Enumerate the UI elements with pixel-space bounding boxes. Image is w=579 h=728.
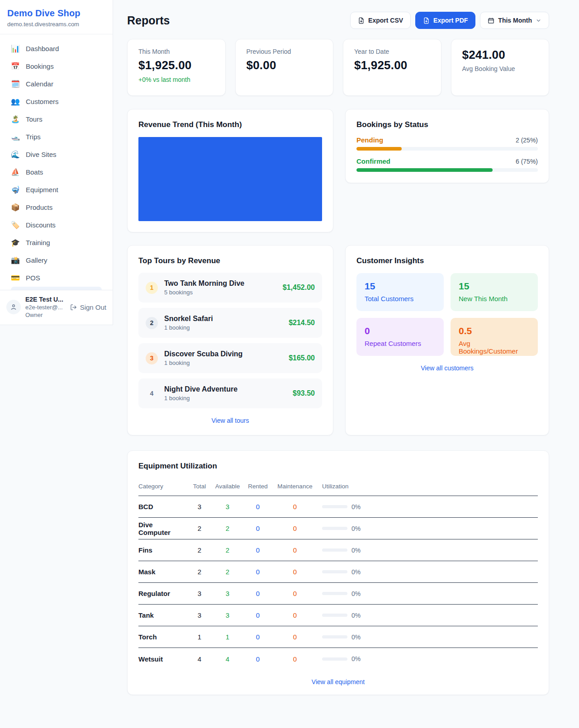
sidebar-item-label: Tours [26, 115, 43, 123]
cell-utilization: 0% [316, 568, 538, 576]
customer-insights-title: Customer Insights [356, 256, 538, 265]
export-csv-label: Export CSV [368, 17, 403, 24]
sign-out-button[interactable]: Sign Out [70, 303, 106, 311]
cell-available: 3 [214, 590, 242, 597]
sidebar-item-bookings[interactable]: 📅Bookings [5, 57, 107, 75]
cell-rented: 0 [242, 633, 274, 641]
sidebar-item-label: Discounts [26, 221, 56, 229]
utilization-bar [322, 527, 347, 530]
tour-rows: 1 Two Tank Morning Dive5 bookings $1,452… [138, 273, 322, 408]
cell-maintenance: 0 [274, 525, 316, 532]
view-all-tours-link[interactable]: View all tours [138, 417, 322, 424]
chevron-down-icon [536, 18, 541, 24]
customer-insights-card: Customer Insights 15 Total Customers 15 … [345, 245, 549, 435]
cell-category: Dive Computer [138, 521, 185, 536]
equipment-icon: 🤿 [11, 185, 20, 194]
rank-badge: 2 [146, 317, 158, 329]
cell-total: 3 [185, 590, 214, 597]
cell-maintenance: 0 [274, 503, 316, 511]
utilization-pct: 0% [351, 612, 361, 619]
utilization-bar [322, 592, 347, 595]
sidebar-item-label: Dashboard [26, 45, 59, 52]
cell-utilization: 0% [316, 633, 538, 641]
utilization-bar [322, 548, 347, 552]
tours-icon: 🏝️ [11, 115, 20, 123]
sidebar-item-gallery[interactable]: 📸Gallery [5, 251, 107, 269]
export-pdf-button[interactable]: Export PDF [415, 12, 475, 29]
sidebar-item-pos[interactable]: 💳POS [5, 269, 107, 287]
rank-badge: 1 [146, 282, 158, 294]
table-header-row: Category Total Available Rented Maintena… [138, 477, 538, 496]
sidebar-item-reports-partial[interactable] [11, 287, 102, 290]
main-content: Reports Export CSV Export PDF This Month… [113, 0, 579, 713]
sidebar-item-label: Customers [26, 98, 59, 105]
insights-row: Top Tours by Revenue 1 Two Tank Morning … [127, 245, 549, 435]
cell-maintenance: 0 [274, 546, 316, 554]
period-label: This Month [498, 17, 532, 24]
brand-domain: demo.test.divestreams.com [7, 21, 105, 28]
sidebar-item-training[interactable]: 🎓Training [5, 234, 107, 251]
status-bar-track [356, 147, 538, 151]
training-icon: 🎓 [11, 238, 20, 247]
cell-available: 1 [214, 633, 242, 641]
export-pdf-label: Export PDF [433, 17, 468, 24]
brand-block[interactable]: Demo Dive Shop demo.test.divestreams.com [0, 0, 113, 34]
cell-maintenance: 0 [274, 611, 316, 619]
table-row: Mask 2 2 0 0 0% [138, 561, 538, 583]
period-dropdown[interactable]: This Month [480, 12, 549, 29]
sidebar-item-trips[interactable]: 🛥️Trips [5, 128, 107, 146]
sidebar-item-label: Dive Sites [26, 151, 57, 158]
cell-maintenance: 0 [274, 568, 316, 576]
sidebar-item-boats[interactable]: ⛵Boats [5, 163, 107, 181]
insight-tile-new-this-month: 15 New This Month [451, 273, 538, 311]
stat-value: $1,925.00 [354, 58, 430, 72]
insight-tile-total-customers: 15 Total Customers [356, 273, 444, 311]
calendar-icon: 🗓️ [11, 80, 20, 88]
trips-icon: 🛥️ [11, 132, 20, 141]
sidebar-item-label: Training [26, 239, 50, 246]
sidebar-item-discounts[interactable]: 🏷️Discounts [5, 216, 107, 234]
file-download-icon [423, 17, 430, 24]
sign-out-label: Sign Out [80, 303, 106, 311]
cell-rented: 0 [242, 546, 274, 554]
cell-total: 2 [185, 568, 214, 576]
view-all-customers-link[interactable]: View all customers [356, 364, 538, 372]
column-header: Available [214, 483, 242, 490]
stat-value: $1,925.00 [138, 58, 214, 72]
tour-bookings: 5 bookings [164, 289, 276, 296]
user-name: E2E Test U... [25, 296, 66, 303]
cell-available: 4 [214, 655, 242, 663]
utilization-bar [322, 657, 347, 661]
sidebar-item-customers[interactable]: 👥Customers [5, 93, 107, 110]
sidebar-item-equipment[interactable]: 🤿Equipment [5, 181, 107, 199]
cell-total: 3 [185, 503, 214, 511]
utilization-pct: 0% [351, 503, 361, 511]
stat-label: Previous Period [247, 48, 323, 55]
utilization-pct: 0% [351, 590, 361, 597]
sidebar-item-dive-sites[interactable]: 🌊Dive Sites [5, 146, 107, 163]
status-bar-fill [356, 168, 493, 172]
insight-value: 0 [365, 326, 436, 336]
view-all-equipment-link[interactable]: View all equipment [138, 678, 538, 685]
sidebar-item-tours[interactable]: 🏝️Tours [5, 110, 107, 128]
customers-icon: 👥 [11, 97, 20, 106]
cell-category: Torch [138, 633, 185, 641]
table-row: Regulator 3 3 0 0 0% [138, 583, 538, 605]
cell-category: Regulator [138, 590, 185, 597]
cell-available: 3 [214, 611, 242, 619]
cell-utilization: 0% [316, 547, 538, 554]
sidebar-item-label: Trips [26, 133, 41, 141]
insight-label: New This Month [459, 295, 530, 303]
sidebar-item-label: Calendar [26, 80, 53, 88]
cell-maintenance: 0 [274, 633, 316, 641]
cell-total: 2 [185, 546, 214, 554]
insight-value: 15 [365, 281, 436, 292]
sidebar-item-calendar[interactable]: 🗓️Calendar [5, 75, 107, 93]
export-csv-button[interactable]: Export CSV [350, 12, 411, 29]
sidebar-item-dashboard[interactable]: 📊Dashboard [5, 40, 107, 57]
tour-amount: $1,452.00 [283, 284, 315, 292]
cell-rented: 0 [242, 503, 274, 511]
column-header: Maintenance [274, 483, 316, 490]
stat-card-this-month: This Month $1,925.00 +0% vs last month [127, 39, 226, 96]
sidebar-item-products[interactable]: 📦Products [5, 199, 107, 216]
